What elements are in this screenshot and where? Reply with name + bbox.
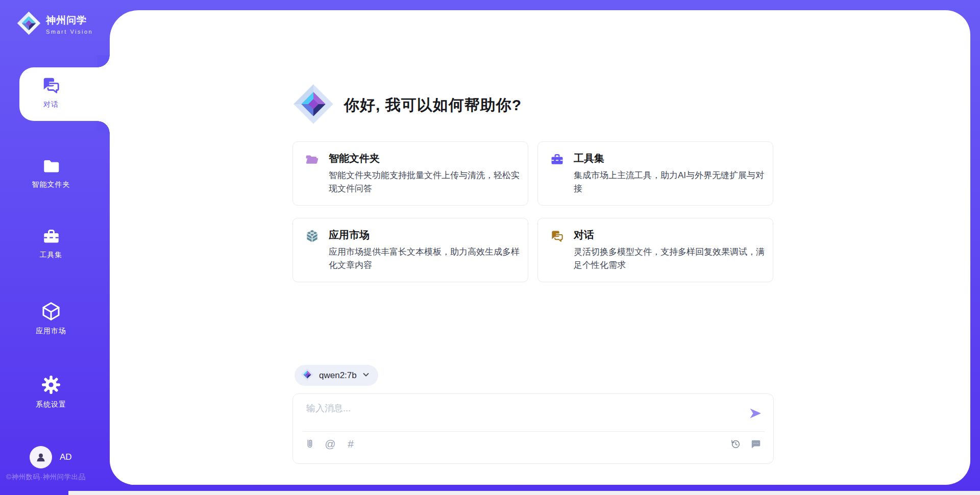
sidebar-item-app-market[interactable]: 应用市场 [0,301,102,336]
brand-logo-icon [17,11,41,37]
gear-icon [41,375,61,397]
attachment-icon[interactable] [304,438,316,450]
chat-icon [41,76,61,97]
brand: 神州问学 Smart Vision [17,11,93,37]
sidebar-item-settings[interactable]: 系统设置 [0,375,102,409]
model-name: qwen2:7b [319,370,357,381]
user-initials: AD [60,452,72,462]
message-composer: @ # [292,393,774,464]
horizontal-scrollbar[interactable] [68,491,980,495]
tab-curve-bottom [97,121,110,133]
composer-divider [303,431,765,432]
card-title: 智能文件夹 [329,152,380,165]
model-selector[interactable]: qwen2:7b [295,365,378,386]
card-description: 集成市场上主流工具，助力AI与外界无缝扩展与对接 [574,169,769,195]
toolbox-icon [42,228,60,247]
cube-icon [41,301,61,324]
history-icon[interactable] [729,438,742,450]
feedback-icon[interactable] [750,438,762,450]
app-logo-icon [293,84,334,127]
app-grid-icon [305,229,319,243]
folder-open-icon [305,153,319,166]
card-title: 工具集 [574,152,604,165]
card-title: 对话 [574,228,594,242]
card-description: 应用市场提供丰富长文本模板，助力高效生成多样化文章内容 [329,245,524,272]
card-app-market[interactable]: 应用市场 应用市场提供丰富长文本模板，助力高效生成多样化文章内容 [292,218,528,282]
chat-icon [550,229,564,243]
tab-curve-top [97,55,110,67]
sidebar-item-smart-folder[interactable]: 智能文件夹 [0,157,102,189]
sidebar-item-chat[interactable]: 对话 [0,76,102,109]
card-description: 灵活切换多模型文件，支持多样回复效果调试，满足个性化需求 [574,245,769,272]
avatar [30,446,52,468]
model-logo-icon [301,368,314,383]
folder-icon [42,157,60,177]
mention-icon[interactable]: @ [324,438,336,450]
sidebar-item-label: 系统设置 [0,400,102,409]
brand-subtitle: Smart Vision [46,29,93,35]
greeting-block: 你好, 我可以如何帮助你? [293,84,522,127]
card-smart-folder[interactable]: 智能文件夹 智能文件夹功能支持批量文件上传与清洗，轻松实现文件问答 [292,141,528,206]
sidebar-item-label: 工具集 [0,251,102,260]
user-account[interactable]: AD [30,446,72,468]
card-chat[interactable]: 对话 灵活切换多模型文件，支持多样回复效果调试，满足个性化需求 [537,218,773,282]
sidebar-item-label: 智能文件夹 [0,180,102,189]
toolbox-icon [550,153,564,166]
message-input[interactable] [306,400,735,416]
send-icon[interactable] [749,407,762,420]
card-title: 应用市场 [329,228,370,242]
greeting-title: 你好, 我可以如何帮助你? [344,95,522,116]
copyright-footer: ©神州数码·神州问学出品 [6,473,85,482]
sidebar-item-label: 对话 [0,100,102,109]
card-description: 智能文件夹功能支持批量文件上传与清洗，轻松实现文件问答 [329,169,524,195]
hash-icon[interactable]: # [345,438,357,450]
brand-name: 神州问学 [46,14,93,27]
card-toolset[interactable]: 工具集 集成市场上主流工具，助力AI与外界无缝扩展与对接 [537,141,773,206]
sidebar-item-toolset[interactable]: 工具集 [0,228,102,260]
chevron-down-icon [362,370,370,381]
sidebar-item-label: 应用市场 [0,327,102,336]
app-root: { "brand": { "name": "神州问学", "subtitle":… [0,0,980,495]
